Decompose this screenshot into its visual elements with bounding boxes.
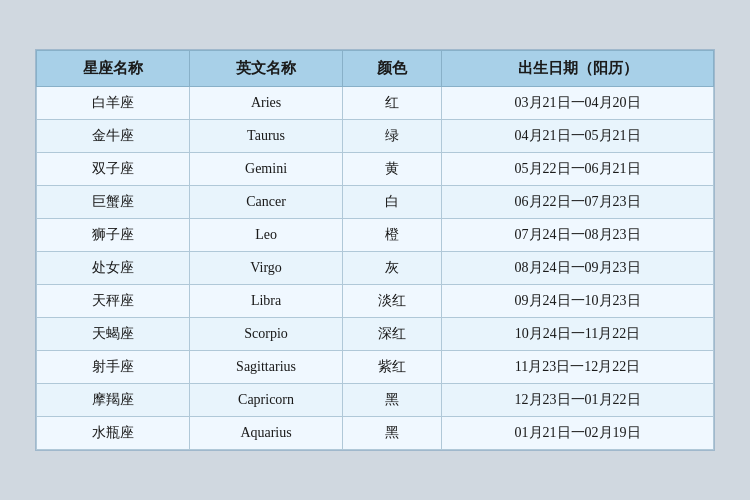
zodiac-table: 星座名称 英文名称 颜色 出生日期（阳历） 白羊座Aries红03月21日一04… — [36, 50, 714, 450]
cell-english-name: Libra — [190, 285, 343, 318]
cell-color: 灰 — [343, 252, 442, 285]
cell-chinese-name: 巨蟹座 — [37, 186, 190, 219]
cell-color: 黑 — [343, 384, 442, 417]
cell-color: 绿 — [343, 120, 442, 153]
cell-color: 白 — [343, 186, 442, 219]
cell-english-name: Capricorn — [190, 384, 343, 417]
cell-chinese-name: 摩羯座 — [37, 384, 190, 417]
cell-english-name: Aries — [190, 87, 343, 120]
cell-dates: 04月21日一05月21日 — [442, 120, 714, 153]
cell-english-name: Leo — [190, 219, 343, 252]
zodiac-table-container: 星座名称 英文名称 颜色 出生日期（阳历） 白羊座Aries红03月21日一04… — [35, 49, 715, 451]
cell-chinese-name: 金牛座 — [37, 120, 190, 153]
table-row: 处女座Virgo灰08月24日一09月23日 — [37, 252, 714, 285]
cell-dates: 11月23日一12月22日 — [442, 351, 714, 384]
header-color: 颜色 — [343, 51, 442, 87]
table-row: 白羊座Aries红03月21日一04月20日 — [37, 87, 714, 120]
cell-dates: 01月21日一02月19日 — [442, 417, 714, 450]
cell-color: 紫红 — [343, 351, 442, 384]
cell-color: 红 — [343, 87, 442, 120]
cell-english-name: Sagittarius — [190, 351, 343, 384]
table-row: 金牛座Taurus绿04月21日一05月21日 — [37, 120, 714, 153]
cell-chinese-name: 射手座 — [37, 351, 190, 384]
cell-chinese-name: 白羊座 — [37, 87, 190, 120]
cell-chinese-name: 天蝎座 — [37, 318, 190, 351]
cell-chinese-name: 双子座 — [37, 153, 190, 186]
table-body: 白羊座Aries红03月21日一04月20日金牛座Taurus绿04月21日一0… — [37, 87, 714, 450]
table-row: 射手座Sagittarius紫红11月23日一12月22日 — [37, 351, 714, 384]
cell-english-name: Taurus — [190, 120, 343, 153]
cell-dates: 03月21日一04月20日 — [442, 87, 714, 120]
cell-dates: 10月24日一11月22日 — [442, 318, 714, 351]
table-row: 摩羯座Capricorn黑12月23日一01月22日 — [37, 384, 714, 417]
table-row: 天蝎座Scorpio深红10月24日一11月22日 — [37, 318, 714, 351]
cell-color: 橙 — [343, 219, 442, 252]
table-row: 双子座Gemini黄05月22日一06月21日 — [37, 153, 714, 186]
header-chinese-name: 星座名称 — [37, 51, 190, 87]
cell-english-name: Scorpio — [190, 318, 343, 351]
cell-dates: 05月22日一06月21日 — [442, 153, 714, 186]
cell-english-name: Cancer — [190, 186, 343, 219]
cell-color: 深红 — [343, 318, 442, 351]
table-row: 水瓶座Aquarius黑01月21日一02月19日 — [37, 417, 714, 450]
table-row: 狮子座Leo橙07月24日一08月23日 — [37, 219, 714, 252]
header-english-name: 英文名称 — [190, 51, 343, 87]
cell-english-name: Aquarius — [190, 417, 343, 450]
cell-color: 黑 — [343, 417, 442, 450]
cell-chinese-name: 狮子座 — [37, 219, 190, 252]
table-row: 天秤座Libra淡红09月24日一10月23日 — [37, 285, 714, 318]
header-dates: 出生日期（阳历） — [442, 51, 714, 87]
cell-chinese-name: 处女座 — [37, 252, 190, 285]
cell-chinese-name: 天秤座 — [37, 285, 190, 318]
cell-dates: 07月24日一08月23日 — [442, 219, 714, 252]
cell-dates: 06月22日一07月23日 — [442, 186, 714, 219]
cell-color: 淡红 — [343, 285, 442, 318]
cell-dates: 09月24日一10月23日 — [442, 285, 714, 318]
table-header-row: 星座名称 英文名称 颜色 出生日期（阳历） — [37, 51, 714, 87]
cell-dates: 08月24日一09月23日 — [442, 252, 714, 285]
table-row: 巨蟹座Cancer白06月22日一07月23日 — [37, 186, 714, 219]
cell-color: 黄 — [343, 153, 442, 186]
cell-english-name: Virgo — [190, 252, 343, 285]
cell-chinese-name: 水瓶座 — [37, 417, 190, 450]
cell-english-name: Gemini — [190, 153, 343, 186]
cell-dates: 12月23日一01月22日 — [442, 384, 714, 417]
